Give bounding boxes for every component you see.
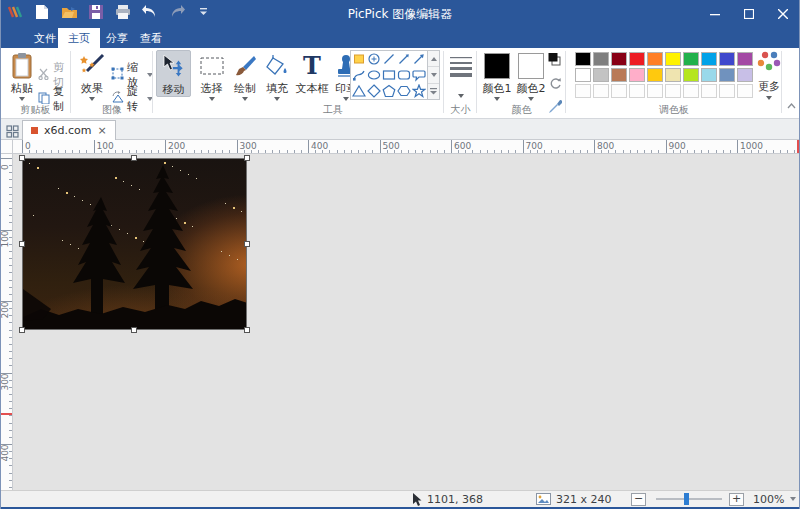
document-tab[interactable]: x6d.com ×: [22, 120, 116, 140]
shape-hexagon[interactable]: [397, 83, 412, 99]
zoom-dropdown-arrow[interactable]: [790, 497, 796, 501]
selection-handle-w[interactable]: [19, 241, 25, 247]
palette-swatch[interactable]: [611, 84, 627, 98]
redo-button[interactable]: [168, 3, 186, 21]
palette-swatch[interactable]: [683, 52, 699, 66]
line-size-dropdown-arrow[interactable]: [458, 94, 464, 98]
swap-colors-button[interactable]: [548, 51, 562, 70]
palette-swatch[interactable]: [629, 52, 645, 66]
palette-swatch[interactable]: [575, 84, 591, 98]
gallery-scroll-down-button[interactable]: [428, 67, 439, 83]
palette-swatch[interactable]: [683, 84, 699, 98]
stamp-dropdown-arrow[interactable]: [343, 97, 349, 101]
tab-home[interactable]: 主页: [58, 28, 100, 48]
reset-colors-button[interactable]: [549, 75, 562, 94]
palette-swatch[interactable]: [593, 52, 609, 66]
paste-button[interactable]: 粘贴: [6, 50, 38, 101]
color2-button[interactable]: 颜色2: [515, 50, 547, 101]
shape-line[interactable]: [381, 51, 396, 67]
zoom-in-button[interactable]: +: [729, 491, 744, 507]
select-tool-button[interactable]: 选择: [195, 50, 228, 101]
draw-tool-button[interactable]: 绘制: [230, 50, 260, 101]
effects-button[interactable]: 效果: [75, 50, 109, 101]
palette-swatch[interactable]: [701, 52, 717, 66]
shape-magnifier[interactable]: [366, 51, 381, 67]
tab-close-icon[interactable]: ×: [97, 125, 106, 136]
color2-dropdown-arrow[interactable]: [528, 97, 534, 101]
minimize-button[interactable]: [698, 0, 732, 28]
palette-swatch[interactable]: [647, 68, 663, 82]
zoom-slider-handle[interactable]: [684, 493, 689, 505]
shape-highlight-rect[interactable]: [351, 51, 366, 67]
line-size-button[interactable]: [447, 50, 474, 98]
palette-swatch[interactable]: [665, 52, 681, 66]
zoom-level-item[interactable]: 100%: [753, 491, 796, 507]
palette-swatch[interactable]: [701, 68, 717, 82]
canvas[interactable]: [14, 154, 800, 490]
shape-curve[interactable]: [351, 67, 366, 83]
palette-swatch[interactable]: [719, 52, 735, 66]
palette-swatch[interactable]: [719, 68, 735, 82]
palette-swatch[interactable]: [701, 84, 717, 98]
shape-rounded-rectangle[interactable]: [397, 67, 412, 83]
color1-button[interactable]: 颜色1: [481, 50, 513, 101]
palette-swatch[interactable]: [611, 52, 627, 66]
photo-image[interactable]: [22, 158, 247, 330]
shape-ellipse[interactable]: [366, 67, 381, 83]
shape-rectangle[interactable]: [381, 67, 396, 83]
save-button[interactable]: [87, 3, 105, 21]
selection-handle-se[interactable]: [244, 327, 250, 333]
effects-dropdown-arrow[interactable]: [89, 97, 95, 101]
selection-handle-ne[interactable]: [244, 155, 250, 161]
tab-view[interactable]: 查看: [130, 28, 172, 48]
palette-swatch[interactable]: [665, 68, 681, 82]
fill-dropdown-arrow[interactable]: [274, 97, 280, 101]
palette-swatch[interactable]: [593, 84, 609, 98]
shape-speech-bubble[interactable]: [412, 67, 427, 83]
palette-swatch[interactable]: [737, 84, 753, 98]
palette-swatch[interactable]: [647, 52, 663, 66]
selection-handle-nw[interactable]: [19, 155, 25, 161]
palette-swatch[interactable]: [647, 84, 663, 98]
palette-swatch[interactable]: [719, 84, 735, 98]
collapse-ribbon-button[interactable]: [787, 100, 796, 111]
customize-qat-button[interactable]: [195, 3, 213, 21]
shape-diamond[interactable]: [366, 83, 381, 99]
palette-swatch[interactable]: [611, 68, 627, 82]
more-colors-button[interactable]: 更多: [756, 50, 782, 100]
palette-swatch[interactable]: [629, 84, 645, 98]
open-file-button[interactable]: [60, 3, 78, 21]
zoom-slider-track[interactable]: [656, 498, 722, 500]
selection-handle-sw[interactable]: [19, 327, 25, 333]
palette-swatch[interactable]: [737, 68, 753, 82]
zoom-out-button[interactable]: −: [631, 491, 646, 507]
close-button[interactable]: [766, 0, 800, 28]
selection-handle-n[interactable]: [131, 155, 137, 161]
shape-star[interactable]: [412, 83, 427, 99]
palette-swatch[interactable]: [575, 52, 591, 66]
gallery-more-button[interactable]: [428, 84, 439, 99]
palette-swatch[interactable]: [593, 68, 609, 82]
textbox-tool-button[interactable]: T 文本框: [294, 50, 330, 95]
paste-dropdown-arrow[interactable]: [19, 97, 25, 101]
shape-pentagon[interactable]: [381, 83, 396, 99]
selection-handle-e[interactable]: [244, 241, 250, 247]
shape-arrow-line[interactable]: [397, 51, 412, 67]
shape-triangle[interactable]: [351, 83, 366, 99]
palette-swatch[interactable]: [737, 52, 753, 66]
palette-swatch[interactable]: [629, 68, 645, 82]
move-tool-button[interactable]: 移动: [156, 50, 191, 97]
shape-arrow-line-2[interactable]: [412, 51, 427, 67]
more-colors-dropdown-arrow[interactable]: [766, 96, 772, 100]
gallery-scroll-up-button[interactable]: [428, 51, 439, 67]
draw-dropdown-arrow[interactable]: [242, 97, 248, 101]
palette-swatch[interactable]: [683, 68, 699, 82]
undo-button[interactable]: [141, 3, 159, 21]
print-button[interactable]: [114, 3, 132, 21]
select-dropdown-arrow[interactable]: [209, 97, 215, 101]
palette-swatch[interactable]: [665, 84, 681, 98]
maximize-button[interactable]: [732, 0, 766, 28]
selection-handle-s[interactable]: [131, 327, 137, 333]
palette-swatch[interactable]: [575, 68, 591, 82]
fill-tool-button[interactable]: 填充: [262, 50, 292, 101]
